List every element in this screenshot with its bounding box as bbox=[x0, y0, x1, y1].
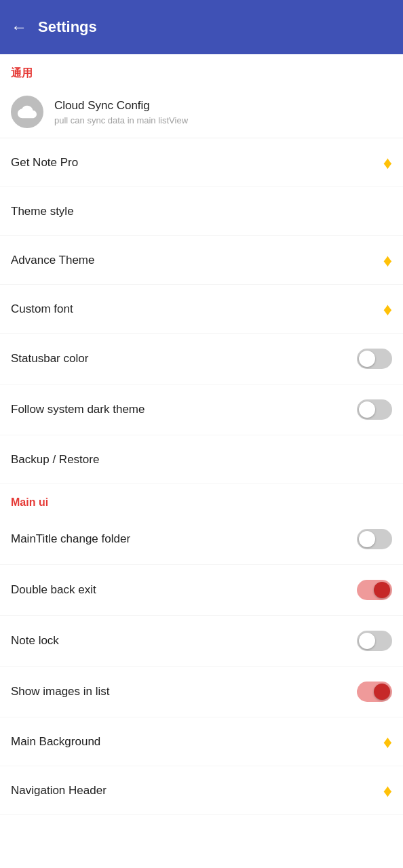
setting-row-navigation-header[interactable]: Navigation Header ♦ bbox=[0, 766, 403, 815]
setting-row-main-background[interactable]: Main Background ♦ bbox=[0, 717, 403, 766]
toggle-slider-follow-dark-theme bbox=[357, 399, 392, 420]
toggle-follow-dark-theme[interactable] bbox=[357, 399, 392, 420]
cloud-text: Cloud Sync Config pull can sync data in … bbox=[54, 99, 188, 125]
setting-label-get-note-pro: Get Note Pro bbox=[11, 156, 78, 170]
toggle-statusbar-color[interactable] bbox=[357, 349, 392, 369]
cloud-icon bbox=[11, 96, 43, 128]
page-title: Settings bbox=[38, 18, 97, 36]
setting-label-statusbar-color: Statusbar color bbox=[11, 352, 88, 366]
general-section-header: 通用 bbox=[0, 54, 403, 86]
setting-row-custom-font[interactable]: Custom font ♦ bbox=[0, 285, 403, 334]
setting-label-theme-style: Theme style bbox=[11, 205, 74, 218]
setting-label-main-background: Main Background bbox=[11, 735, 100, 749]
toggle-double-back-exit[interactable] bbox=[357, 580, 392, 600]
cloud-sync-subtitle: pull can sync data in main listView bbox=[54, 115, 188, 125]
toggle-slider-statusbar-color bbox=[357, 349, 392, 369]
toggle-show-images-list[interactable] bbox=[357, 682, 392, 702]
app-header: ← Settings bbox=[0, 0, 403, 54]
toggle-slider-double-back-exit bbox=[357, 580, 392, 600]
toggle-slider-maintitle-folder bbox=[357, 529, 392, 549]
cloud-sync-title: Cloud Sync Config bbox=[54, 99, 188, 113]
setting-row-statusbar-color[interactable]: Statusbar color bbox=[0, 334, 403, 384]
setting-label-maintitle-folder: MainTitle change folder bbox=[11, 532, 130, 546]
setting-row-maintitle-folder[interactable]: MainTitle change folder bbox=[0, 514, 403, 565]
back-button[interactable]: ← bbox=[11, 18, 27, 37]
setting-label-custom-font: Custom font bbox=[11, 302, 73, 316]
toggle-slider-show-images-list bbox=[357, 682, 392, 702]
settings-content: 通用 Cloud Sync Config pull can sync data … bbox=[0, 54, 403, 829]
cloud-sync-item[interactable]: Cloud Sync Config pull can sync data in … bbox=[0, 86, 403, 138]
setting-label-advance-theme: Advance Theme bbox=[11, 254, 94, 267]
setting-label-double-back-exit: Double back exit bbox=[11, 583, 96, 597]
setting-label-show-images-list: Show images in list bbox=[11, 685, 110, 698]
toggle-maintitle-folder[interactable] bbox=[357, 529, 392, 549]
toggle-note-lock[interactable] bbox=[357, 631, 392, 651]
diamond-icon-custom-font: ♦ bbox=[383, 300, 392, 318]
setting-label-backup-restore: Backup / Restore bbox=[11, 453, 99, 467]
setting-row-get-note-pro[interactable]: Get Note Pro ♦ bbox=[0, 138, 403, 187]
setting-label-note-lock: Note lock bbox=[11, 634, 59, 648]
main-ui-section-header: Main ui bbox=[0, 484, 403, 514]
setting-row-note-lock[interactable]: Note lock bbox=[0, 616, 403, 667]
diamond-icon-navigation-header: ♦ bbox=[383, 782, 392, 800]
diamond-icon-get-note-pro: ♦ bbox=[383, 154, 392, 172]
toggle-slider-note-lock bbox=[357, 631, 392, 651]
setting-row-backup-restore[interactable]: Backup / Restore bbox=[0, 435, 403, 484]
setting-label-navigation-header: Navigation Header bbox=[11, 784, 107, 797]
diamond-icon-main-background: ♦ bbox=[383, 733, 392, 751]
diamond-icon-advance-theme: ♦ bbox=[383, 252, 392, 269]
setting-row-show-images-list[interactable]: Show images in list bbox=[0, 667, 403, 717]
setting-label-follow-dark-theme: Follow system dark theme bbox=[11, 403, 145, 416]
setting-row-follow-dark-theme[interactable]: Follow system dark theme bbox=[0, 384, 403, 435]
setting-row-double-back-exit[interactable]: Double back exit bbox=[0, 565, 403, 616]
setting-row-theme-style[interactable]: Theme style bbox=[0, 187, 403, 236]
setting-row-advance-theme[interactable]: Advance Theme ♦ bbox=[0, 236, 403, 285]
